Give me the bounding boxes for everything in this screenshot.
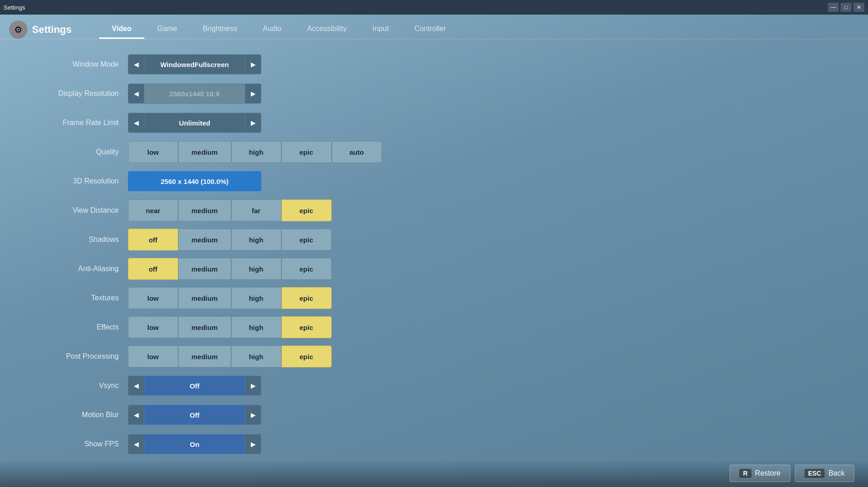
display-resolution-label: Display Resolution <box>27 89 128 98</box>
textures-medium[interactable]: medium <box>178 287 231 309</box>
display-resolution-selector: ◀ 2560x1440 16:9 ▶ <box>128 84 261 104</box>
title-bar: Settings — □ ✕ <box>0 0 868 15</box>
settings-window: ⚙ Settings Video Game Brightness Audio A… <box>0 15 868 487</box>
show-fps-label: Show FPS <box>27 440 128 448</box>
quality-epic[interactable]: epic <box>281 141 332 163</box>
anti-aliasing-medium[interactable]: medium <box>178 258 231 280</box>
view-distance-near[interactable]: near <box>128 199 178 221</box>
tab-video[interactable]: Video <box>99 20 144 39</box>
show-fps-prev[interactable]: ◀ <box>128 434 144 454</box>
window-mode-prev[interactable]: ◀ <box>128 54 144 74</box>
frame-rate-next[interactable]: ▶ <box>245 113 261 133</box>
close-button[interactable]: ✕ <box>853 3 864 12</box>
shadows-high[interactable]: high <box>231 229 281 251</box>
maximize-button[interactable]: □ <box>841 3 852 12</box>
textures-row: Textures low medium high epic <box>27 287 841 309</box>
back-label: Back <box>828 469 845 477</box>
tab-controller[interactable]: Controller <box>402 20 459 39</box>
back-button[interactable]: ESC Back <box>795 465 854 482</box>
vsync-label: Vsync <box>27 382 128 390</box>
display-resolution-prev[interactable]: ◀ <box>128 84 144 104</box>
motion-blur-prev[interactable]: ◀ <box>128 405 144 425</box>
bottom-bar: R Restore ESC Back <box>0 460 868 487</box>
vsync-next[interactable]: ▶ <box>245 376 261 396</box>
frame-rate-prev[interactable]: ◀ <box>128 113 144 133</box>
minimize-button[interactable]: — <box>828 3 839 12</box>
effects-low[interactable]: low <box>128 316 178 338</box>
anti-aliasing-off[interactable]: off <box>128 258 178 280</box>
display-resolution-row: Display Resolution ◀ 2560x1440 16:9 ▶ <box>27 82 841 105</box>
frame-rate-label: Frame Rate Limit <box>27 119 128 127</box>
textures-btn-group: low medium high epic <box>128 287 332 309</box>
post-processing-row: Post Processing low medium high epic <box>27 345 841 368</box>
app-icon: ⚙ <box>9 21 27 39</box>
motion-blur-label: Motion Blur <box>27 411 128 419</box>
settings-content: Window Mode ◀ WindowedFullscreen ▶ Displ… <box>0 39 868 487</box>
quality-high[interactable]: high <box>231 141 281 163</box>
anti-aliasing-row: Anti-Aliasing off medium high epic <box>27 257 841 280</box>
frame-rate-value: Unlimited <box>144 113 245 133</box>
tab-game[interactable]: Game <box>144 20 190 39</box>
back-key: ESC <box>804 469 825 478</box>
show-fps-selector: ◀ On ▶ <box>128 434 261 454</box>
motion-blur-value: Off <box>144 405 245 425</box>
frame-rate-selector: ◀ Unlimited ▶ <box>128 113 261 133</box>
display-resolution-value: 2560x1440 16:9 <box>144 84 245 104</box>
view-distance-far[interactable]: far <box>231 199 281 221</box>
display-resolution-next[interactable]: ▶ <box>245 84 261 104</box>
post-processing-medium[interactable]: medium <box>178 346 231 367</box>
quality-auto[interactable]: auto <box>332 141 382 163</box>
effects-medium[interactable]: medium <box>178 316 231 338</box>
shadows-epic[interactable]: epic <box>281 229 332 251</box>
tab-accessibility[interactable]: Accessibility <box>294 20 360 39</box>
view-distance-medium[interactable]: medium <box>178 199 231 221</box>
textures-epic[interactable]: epic <box>281 287 332 309</box>
effects-label: Effects <box>27 323 128 331</box>
title-bar-left: Settings <box>4 4 25 11</box>
effects-high[interactable]: high <box>231 316 281 338</box>
anti-aliasing-epic[interactable]: epic <box>281 258 332 280</box>
title-bar-controls: — □ ✕ <box>828 3 864 12</box>
shadows-label: Shadows <box>27 236 128 244</box>
show-fps-value: On <box>144 434 245 454</box>
view-distance-epic[interactable]: epic <box>281 199 332 221</box>
tab-audio[interactable]: Audio <box>250 20 294 39</box>
motion-blur-next[interactable]: ▶ <box>245 405 261 425</box>
restore-key: R <box>739 469 751 478</box>
app-title: Settings <box>32 24 72 36</box>
shadows-medium[interactable]: medium <box>178 229 231 251</box>
resolution-3d-row: 3D Resolution 2560 x 1440 (100.0%) <box>27 170 841 193</box>
post-processing-high[interactable]: high <box>231 346 281 367</box>
shadows-btn-group: off medium high epic <box>128 229 332 251</box>
show-fps-next[interactable]: ▶ <box>245 434 261 454</box>
textures-label: Textures <box>27 294 128 302</box>
anti-aliasing-high[interactable]: high <box>231 258 281 280</box>
resolution-3d-value[interactable]: 2560 x 1440 (100.0%) <box>128 171 261 191</box>
anti-aliasing-label: Anti-Aliasing <box>27 265 128 273</box>
quality-btn-group: low medium high epic auto <box>128 141 382 163</box>
header: ⚙ Settings Video Game Brightness Audio A… <box>0 15 868 39</box>
post-processing-epic[interactable]: epic <box>281 346 332 367</box>
title-bar-title: Settings <box>4 4 25 11</box>
post-processing-low[interactable]: low <box>128 346 178 367</box>
vsync-prev[interactable]: ◀ <box>128 376 144 396</box>
quality-label: Quality <box>27 148 128 156</box>
tab-brightness[interactable]: Brightness <box>190 20 250 39</box>
quality-low[interactable]: low <box>128 141 178 163</box>
shadows-row: Shadows off medium high epic <box>27 228 841 251</box>
vsync-selector: ◀ Off ▶ <box>128 376 261 396</box>
effects-row: Effects low medium high epic <box>27 316 841 339</box>
post-processing-btn-group: low medium high epic <box>128 346 332 367</box>
tab-input[interactable]: Input <box>360 20 402 39</box>
textures-high[interactable]: high <box>231 287 281 309</box>
effects-epic[interactable]: epic <box>281 316 332 338</box>
restore-button[interactable]: R Restore <box>730 465 790 482</box>
quality-medium[interactable]: medium <box>178 141 231 163</box>
window-mode-next[interactable]: ▶ <box>245 54 261 74</box>
resolution-3d-label: 3D Resolution <box>27 177 128 185</box>
frame-rate-row: Frame Rate Limit ◀ Unlimited ▶ <box>27 111 841 134</box>
window-mode-value: WindowedFullscreen <box>144 54 245 74</box>
shadows-off[interactable]: off <box>128 229 178 251</box>
restore-label: Restore <box>755 469 781 477</box>
textures-low[interactable]: low <box>128 287 178 309</box>
